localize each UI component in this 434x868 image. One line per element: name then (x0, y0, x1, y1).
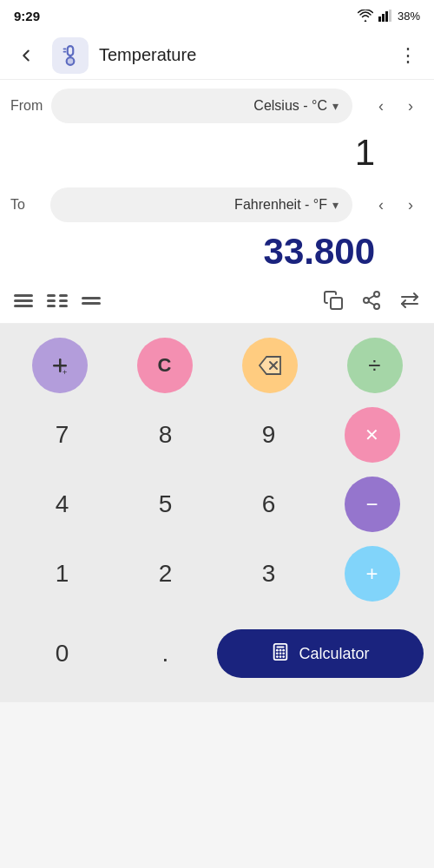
svg-rect-2 (385, 11, 388, 22)
wifi-icon (358, 10, 373, 22)
keypad: + C ÷ 7 8 9 ✕ 4 5 6 − 1 2 3 (0, 324, 434, 619)
multiply-key[interactable]: ✕ (345, 407, 400, 463)
to-nav-right[interactable]: › (398, 192, 424, 218)
compact-lines-icon (82, 297, 101, 305)
share-icon (361, 290, 382, 311)
from-unit-selector[interactable]: Celsius - °C ▾ (51, 89, 352, 123)
backspace-key[interactable] (242, 338, 298, 393)
plus-key-cell[interactable]: + (320, 539, 424, 608)
svg-rect-0 (378, 16, 381, 22)
bottom-row: 0 . Calculator (0, 619, 434, 702)
svg-rect-4 (68, 46, 74, 56)
back-button[interactable] (10, 40, 42, 71)
toolbar-right (323, 290, 420, 311)
signal-icon (378, 10, 392, 22)
svg-line-13 (369, 296, 375, 299)
row-456: 4 5 6 − (10, 470, 424, 539)
divide-key[interactable]: ÷ (347, 338, 403, 393)
status-time: 9:29 (14, 9, 40, 23)
from-nav-arrows: ‹ › (368, 93, 424, 119)
svg-line-12 (369, 302, 375, 306)
from-unit-text: Celsius - °C (65, 98, 327, 114)
page-title: Temperature (99, 45, 382, 65)
to-value: 33.800 (10, 227, 424, 281)
key-7[interactable]: 7 (10, 400, 114, 470)
to-label: To (10, 197, 42, 213)
to-nav-arrows: ‹ › (368, 192, 424, 218)
status-icons: 38% (358, 10, 420, 23)
more-options-button[interactable]: ⋮ (392, 40, 424, 71)
from-nav-right[interactable]: › (398, 93, 424, 119)
to-nav-left[interactable]: ‹ (368, 192, 394, 218)
key-6[interactable]: 6 (217, 470, 320, 539)
key-3[interactable]: 3 (217, 539, 320, 608)
from-value: 1 (10, 128, 424, 179)
multiply-key-cell[interactable]: ✕ (320, 400, 424, 470)
from-row: From Celsius - °C ▾ ‹ › (10, 80, 424, 128)
key-0[interactable]: 0 (10, 619, 114, 688)
grid-view-button[interactable] (47, 294, 68, 307)
svg-rect-17 (59, 358, 62, 372)
calculator-label: Calculator (299, 645, 369, 663)
svg-point-5 (67, 57, 75, 65)
swap-icon (399, 290, 420, 311)
svg-rect-3 (389, 10, 391, 22)
from-nav-left[interactable]: ‹ (368, 93, 394, 119)
from-dropdown-arrow: ▾ (332, 99, 339, 113)
to-section: To Fahrenheit - °F ▾ ‹ › 33.800 (0, 179, 434, 281)
plus-minus-key[interactable]: + (32, 338, 88, 393)
to-unit-text: Fahrenheit - °F (64, 197, 327, 213)
app-bar: Temperature ⋮ (0, 31, 434, 80)
key-1[interactable]: 1 (10, 539, 114, 608)
key-2[interactable]: 2 (114, 539, 217, 608)
to-dropdown-arrow: ▾ (332, 198, 339, 212)
app-icon (52, 37, 89, 74)
to-row: To Fahrenheit - °F ▾ ‹ › (10, 179, 424, 227)
minus-key[interactable]: − (345, 477, 400, 532)
clear-key[interactable]: C (137, 338, 193, 393)
status-bar: 9:29 38% (0, 0, 434, 31)
calculator-button[interactable]: Calculator (217, 629, 424, 678)
compact-view-button[interactable] (82, 297, 101, 305)
swap-button[interactable] (399, 290, 420, 311)
svg-text:+: + (62, 368, 67, 377)
key-5[interactable]: 5 (114, 470, 217, 539)
list-lines-icon (14, 294, 33, 307)
grid-lines-icon (47, 294, 68, 307)
svg-rect-1 (382, 14, 385, 22)
special-row: + C ÷ (10, 338, 424, 393)
minus-key-cell[interactable]: − (320, 470, 424, 539)
share-button[interactable] (361, 290, 382, 311)
key-9[interactable]: 9 (217, 400, 320, 470)
from-label: From (10, 98, 43, 114)
list-view-button[interactable] (14, 294, 33, 307)
row-123: 1 2 3 + (10, 539, 424, 608)
battery-text: 38% (398, 10, 420, 23)
toolbar-left (14, 294, 101, 307)
from-section: From Celsius - °C ▾ ‹ › 1 (0, 80, 434, 179)
toolbar (0, 281, 434, 324)
key-8[interactable]: 8 (114, 400, 217, 470)
copy-button[interactable] (323, 290, 344, 311)
svg-rect-8 (331, 298, 342, 309)
key-4[interactable]: 4 (10, 470, 114, 539)
calculator-icon (271, 642, 290, 666)
key-dot[interactable]: . (114, 619, 217, 688)
row-789: 7 8 9 ✕ (10, 400, 424, 470)
to-unit-selector[interactable]: Fahrenheit - °F ▾ (50, 187, 352, 222)
copy-icon (323, 290, 344, 311)
plus-key[interactable]: + (345, 546, 400, 602)
